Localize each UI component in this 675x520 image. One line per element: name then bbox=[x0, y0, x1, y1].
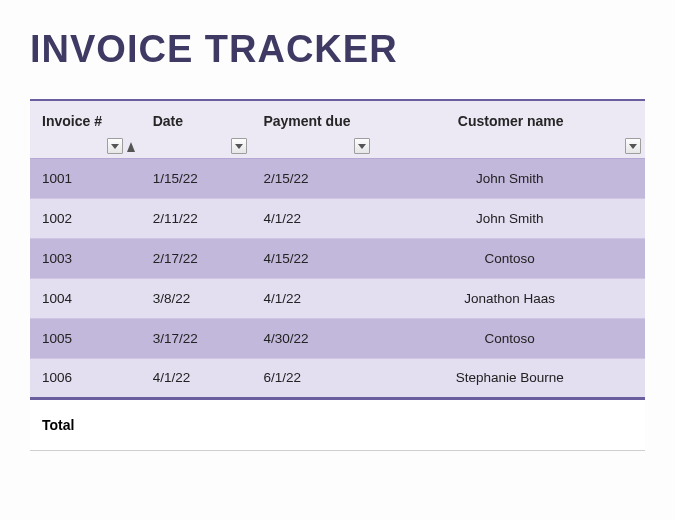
cell-payment-due: 4/30/22 bbox=[251, 318, 374, 358]
filter-dropdown-icon[interactable] bbox=[354, 138, 370, 154]
table-row: 10053/17/224/30/22Contoso bbox=[30, 318, 645, 358]
footer-cell bbox=[374, 398, 645, 450]
cell-payment-due: 4/1/22 bbox=[251, 278, 374, 318]
col-header-label: Customer name bbox=[458, 113, 564, 129]
col-header-label: Date bbox=[153, 113, 183, 129]
cell-date: 2/11/22 bbox=[141, 198, 252, 238]
footer-cell bbox=[251, 398, 374, 450]
footer-cell bbox=[141, 398, 252, 450]
cell-payment-due: 6/1/22 bbox=[251, 358, 374, 398]
cell-customer-name: Jonathon Haas bbox=[374, 278, 645, 318]
table-body: 10011/15/222/15/22John Smith10022/11/224… bbox=[30, 158, 645, 398]
filter-dropdown-icon[interactable] bbox=[231, 138, 247, 154]
cell-invoice: 1003 bbox=[30, 238, 141, 278]
cell-payment-due: 4/15/22 bbox=[251, 238, 374, 278]
footer-total-label: Total bbox=[30, 398, 141, 450]
table-row: 10032/17/224/15/22Contoso bbox=[30, 238, 645, 278]
col-header-payment-due: Payment due bbox=[251, 100, 374, 158]
cell-customer-name: Stephanie Bourne bbox=[374, 358, 645, 398]
col-header-customer-name: Customer name bbox=[374, 100, 645, 158]
cell-customer-name: John Smith bbox=[374, 158, 645, 198]
filter-dropdown-icon[interactable] bbox=[107, 138, 123, 154]
table-header-row: Invoice # Date Payment due Customer name bbox=[30, 100, 645, 158]
cell-date: 3/17/22 bbox=[141, 318, 252, 358]
cell-date: 4/1/22 bbox=[141, 358, 252, 398]
table-row: 10043/8/224/1/22Jonathon Haas bbox=[30, 278, 645, 318]
col-header-label: Payment due bbox=[263, 113, 350, 129]
cell-invoice: 1004 bbox=[30, 278, 141, 318]
cell-invoice: 1001 bbox=[30, 158, 141, 198]
table-footer-row: Total bbox=[30, 398, 645, 450]
filter-dropdown-icon[interactable] bbox=[625, 138, 641, 154]
cell-customer-name: John Smith bbox=[374, 198, 645, 238]
cell-invoice: 1006 bbox=[30, 358, 141, 398]
cell-customer-name: Contoso bbox=[374, 238, 645, 278]
table-row: 10064/1/226/1/22Stephanie Bourne bbox=[30, 358, 645, 398]
table-row: 10011/15/222/15/22John Smith bbox=[30, 158, 645, 198]
col-header-label: Invoice # bbox=[42, 113, 102, 129]
invoice-table: Invoice # Date Payment due Customer name… bbox=[30, 99, 645, 451]
cell-payment-due: 2/15/22 bbox=[251, 158, 374, 198]
cell-invoice: 1005 bbox=[30, 318, 141, 358]
cell-payment-due: 4/1/22 bbox=[251, 198, 374, 238]
cell-invoice: 1002 bbox=[30, 198, 141, 238]
table-row: 10022/11/224/1/22John Smith bbox=[30, 198, 645, 238]
sort-ascending-icon[interactable] bbox=[125, 138, 137, 154]
col-header-date: Date bbox=[141, 100, 252, 158]
page-title: INVOICE TRACKER bbox=[30, 28, 645, 71]
cell-customer-name: Contoso bbox=[374, 318, 645, 358]
cell-date: 3/8/22 bbox=[141, 278, 252, 318]
cell-date: 2/17/22 bbox=[141, 238, 252, 278]
col-header-invoice: Invoice # bbox=[30, 100, 141, 158]
cell-date: 1/15/22 bbox=[141, 158, 252, 198]
